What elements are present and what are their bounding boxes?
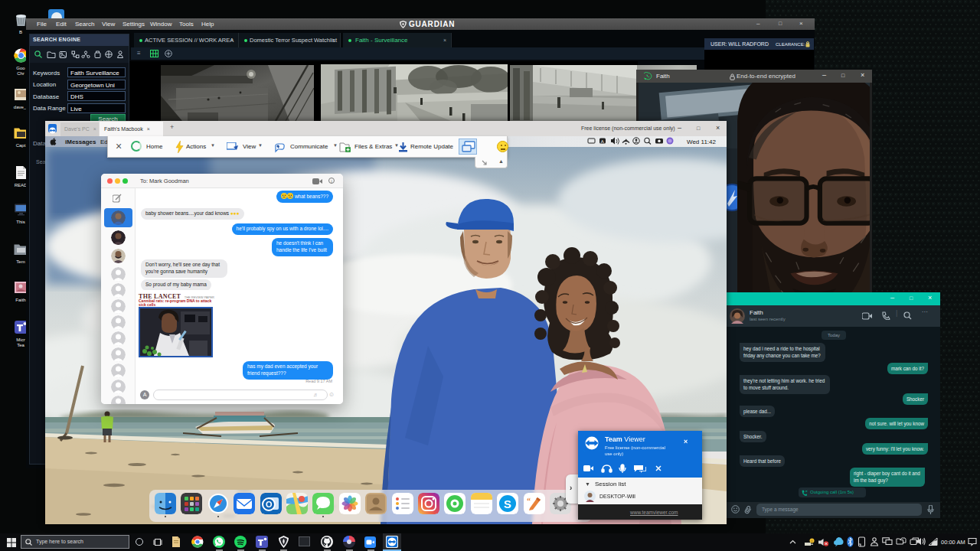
svg-text:O: O (266, 500, 273, 509)
svg-text:S: S (504, 497, 511, 510)
svg-text:A: A (601, 139, 604, 144)
svg-text:“: “ (527, 497, 531, 505)
